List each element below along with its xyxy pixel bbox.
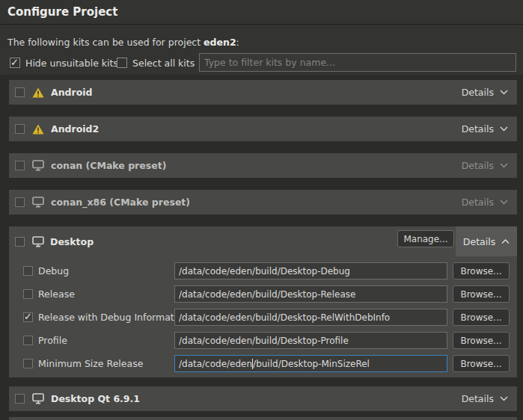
hide-unsuitable-kits-label: Hide unsuitable kits [25,58,118,69]
build-config-checkbox[interactable] [23,266,33,276]
kit-name: conan (CMake preset) [51,160,166,171]
browse-button-minsizerel[interactable]: Browse... [453,355,510,372]
build-config-checkbox[interactable] [23,289,33,299]
build-dir-input-profile[interactable] [174,332,447,349]
details-button-conan-x86[interactable]: Details [453,190,517,214]
details-label: Details [462,87,494,98]
build-config-row-release: Release Browse... [9,285,517,303]
build-config-label: Debug [38,262,69,280]
chevron-down-icon [500,396,508,401]
build-dir-input-release[interactable] [174,285,447,303]
build-config-row-debug: Debug Browse... [9,262,517,280]
details-button-android2[interactable]: Details [453,117,517,141]
kit-row-conan-x86[interactable]: conan_x86 (CMake preset) Details [9,190,517,214]
kit-filter-input[interactable] [199,53,516,72]
path-text-after-cursor: /build/Desktop-MinSizeRel [253,359,370,369]
details-label: Details [462,393,494,404]
project-name: eden2 [204,37,236,48]
chevron-down-icon [500,200,508,205]
build-config-label: Release with Debug Information [38,309,189,326]
desktop-monitor-icon [32,236,44,247]
kit-name: Desktop Qt 6.9.1 [51,393,140,404]
page-title: Configure Project [7,5,117,19]
select-all-kits-label: Select all kits [132,58,195,69]
browse-button-relwithdebinfo[interactable]: Browse... [453,309,510,326]
kit-checkbox[interactable] [15,197,25,207]
chevron-down-icon [500,126,508,132]
kit-name: Android2 [51,123,99,135]
kit-row-desktop-qt[interactable]: Desktop Qt 6.9.1 Details [9,386,517,411]
kit-name: Android [51,87,93,98]
kits-info-text: The following kits can be used for proje… [7,37,239,48]
details-label: Details [462,123,494,135]
path-text-before-cursor: /data/code/eden [179,359,252,369]
kits-info-prefix: The following kits can be used for proje… [7,37,204,48]
kit-row-android2[interactable]: Android2 Details [9,117,517,141]
kit-row-android[interactable]: Android Details [9,80,517,105]
kit-row-conan[interactable]: conan (CMake preset) Details [9,153,517,178]
build-config-label: Release [38,285,75,303]
build-dir-input-minsizerel[interactable]: /data/code/eden/build/Desktop-MinSizeRel [174,355,447,372]
build-dir-input-debug[interactable] [174,262,447,280]
browse-button-release[interactable]: Browse... [453,285,510,303]
kit-checkbox[interactable] [15,124,25,134]
desktop-monitor-icon [32,160,45,171]
kits-info-suffix: : [236,37,239,48]
hide-unsuitable-kits-checkbox[interactable] [10,58,20,68]
kit-checkbox[interactable] [15,237,25,247]
details-button-desktop[interactable]: Details [456,226,517,256]
desktop-monitor-icon [32,393,45,404]
kit-checkbox[interactable] [15,161,25,170]
configure-project-page: Configure Project The following kits can… [0,0,523,420]
build-config-checkbox[interactable] [23,312,33,322]
details-button-desktop-qt[interactable]: Details [453,386,517,411]
build-config-row-profile: Profile Browse... [9,332,517,349]
chevron-down-icon [500,90,508,95]
build-config-checkbox[interactable] [23,359,33,368]
details-label: Details [462,197,494,208]
chevron-up-icon [501,239,510,244]
browse-button-profile[interactable]: Browse... [453,332,510,349]
kit-checkbox[interactable] [15,87,25,97]
kit-row-desktop: Desktop Manage... Details Debug Browse..… [9,226,517,377]
build-config-label: Minimum Size Release [38,355,143,372]
kit-checkbox[interactable] [15,394,25,404]
browse-button-debug[interactable]: Browse... [453,262,510,280]
details-label: Details [463,236,495,247]
select-all-kits-checkbox[interactable] [117,58,127,68]
kit-name: Desktop [50,236,94,247]
next-kit-row-partial [9,417,517,420]
chevron-down-icon [500,163,508,168]
manage-kits-button[interactable]: Manage... [397,230,454,247]
desktop-monitor-icon [32,197,45,208]
details-label: Details [462,160,494,171]
details-button-android[interactable]: Details [453,80,517,105]
details-button-conan[interactable]: Details [453,153,517,178]
build-config-row-relwithdebinfo: Release with Debug Information Browse... [9,309,517,326]
build-config-checkbox[interactable] [23,336,33,345]
build-config-row-minsizerel: Minimum Size Release /data/code/eden/bui… [9,355,517,372]
warning-icon [32,123,45,135]
title-separator [0,24,523,25]
build-config-label: Profile [38,332,67,349]
build-dir-input-relwithdebinfo[interactable] [174,309,447,326]
warning-icon [32,87,45,98]
kit-name: conan_x86 (CMake preset) [51,197,190,208]
